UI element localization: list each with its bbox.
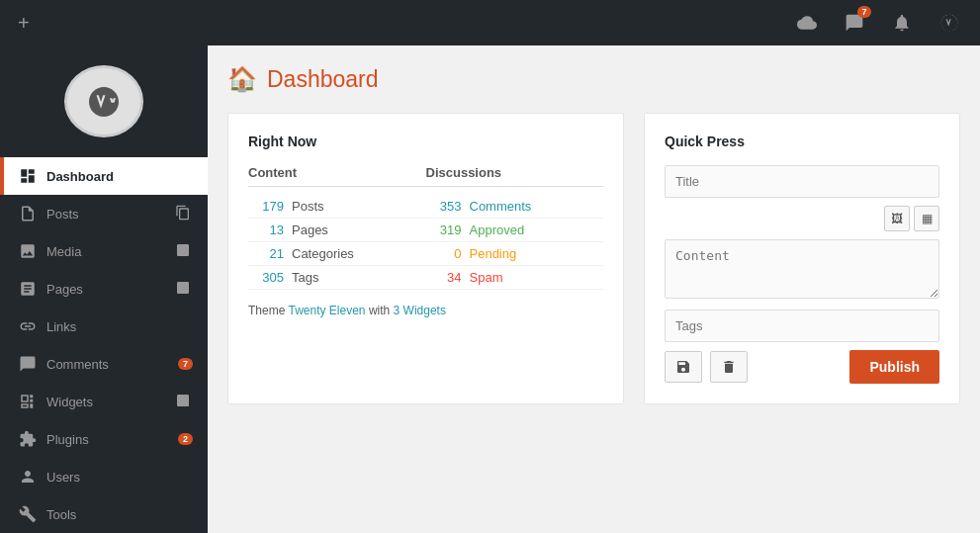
content-data: 179 Posts 13 Pages 21 Categories 305 (248, 195, 426, 290)
table-row: 353 Comments (426, 195, 604, 219)
posts-label: Posts (292, 199, 324, 214)
posts-copy-icon (175, 205, 193, 222)
widgets-icon (19, 393, 37, 410)
table-row: 13 Pages (248, 219, 426, 242)
comments-badge: 7 (857, 6, 871, 18)
categories-count: 21 (248, 246, 284, 261)
spam-count: 34 (426, 270, 462, 285)
quick-press-actions: Publish (665, 350, 939, 384)
sidebar: Dashboard Posts Media (0, 45, 208, 533)
add-image-button[interactable]: 🖼 (884, 206, 910, 231)
bell-icon[interactable] (879, 0, 925, 45)
publish-button[interactable]: Publish (849, 350, 939, 384)
sidebar-item-tools-label: Tools (46, 507, 193, 522)
media-img-icon (175, 242, 193, 260)
widgets-link[interactable]: 3 Widgets (394, 304, 446, 317)
sidebar-logo (64, 65, 143, 137)
sidebar-item-pages-label: Pages (46, 282, 165, 297)
sidebar-item-comments-label: Comments (46, 357, 168, 372)
tools-icon (19, 505, 37, 523)
theme-prefix: Theme (248, 304, 285, 317)
admin-bar: + 7 (0, 0, 980, 45)
comments-count: 353 (426, 199, 462, 214)
quick-press-title: Quick Press (665, 133, 939, 149)
categories-label: Categories (292, 246, 354, 261)
tags-input[interactable] (665, 310, 939, 342)
quick-press-panel: Quick Press 🖼 ▦ Publish (644, 113, 960, 404)
discussions-col-header: Discussions (426, 165, 604, 187)
table-row: 305 Tags (248, 266, 426, 290)
right-now-headers: Content Discussions (248, 165, 603, 187)
tags-count: 305 (248, 270, 284, 285)
pending-label: Pending (470, 246, 517, 261)
sidebar-item-dashboard[interactable]: Dashboard (0, 157, 208, 195)
approved-label: Approved (470, 222, 525, 237)
comments-sidebar-badge: 7 (178, 358, 193, 370)
page-header: 🏠 Dashboard (227, 65, 960, 93)
right-now-panel: Right Now Content Discussions 179 Posts (227, 113, 624, 404)
sidebar-item-widgets[interactable]: Widgets (0, 383, 208, 420)
sidebar-item-posts-label: Posts (46, 207, 165, 222)
content-col-header: Content (248, 165, 426, 187)
sidebar-item-plugins-label: Plugins (46, 432, 168, 447)
pending-count: 0 (426, 246, 462, 261)
users-icon (19, 468, 37, 486)
table-row: 0 Pending (426, 242, 604, 266)
content-input[interactable] (665, 239, 939, 299)
table-row: 34 Spam (426, 266, 604, 290)
tags-label: Tags (292, 270, 318, 285)
plugins-sidebar-badge: 2 (178, 433, 193, 445)
table-row: 179 Posts (248, 195, 426, 219)
save-draft-button[interactable] (665, 351, 702, 383)
sidebar-item-posts[interactable]: Posts (0, 195, 208, 232)
wordpress-icon[interactable] (927, 0, 972, 45)
add-media-button[interactable]: ▦ (914, 206, 939, 231)
widgets-box-icon (175, 393, 193, 410)
title-input[interactable] (665, 165, 939, 198)
sidebar-item-plugins[interactable]: Plugins 2 (0, 420, 208, 458)
table-row: 21 Categories (248, 242, 426, 266)
posts-count: 179 (248, 199, 284, 214)
cloud-icon[interactable] (784, 0, 830, 45)
sidebar-item-links-label: Links (46, 319, 193, 334)
sidebar-nav: Dashboard Posts Media (0, 157, 208, 533)
comments-sidebar-icon (19, 355, 37, 373)
sidebar-item-links[interactable]: Links (0, 308, 208, 345)
sidebar-item-tools[interactable]: Tools (0, 495, 208, 533)
sidebar-item-dashboard-label: Dashboard (46, 169, 193, 184)
theme-line: Theme Twenty Eleven with 3 Widgets (248, 304, 603, 317)
sidebar-item-media[interactable]: Media (0, 232, 208, 270)
sidebar-item-users-label: Users (46, 470, 193, 485)
add-new-button[interactable]: + (8, 0, 40, 45)
delete-button[interactable] (710, 351, 748, 383)
theme-middle: with (369, 304, 394, 317)
page-title: Dashboard (267, 66, 379, 93)
sidebar-item-users[interactable]: Users (0, 458, 208, 495)
pages-icon (19, 280, 37, 298)
table-row: 319 Approved (426, 219, 604, 242)
layout: Dashboard Posts Media (0, 45, 980, 533)
plugins-icon (19, 430, 37, 448)
panels: Right Now Content Discussions 179 Posts (227, 113, 960, 404)
sidebar-item-widgets-label: Widgets (46, 395, 165, 409)
links-icon (19, 317, 37, 335)
sidebar-item-pages[interactable]: Pages (0, 270, 208, 308)
main-content: 🏠 Dashboard Right Now Content Discussion… (208, 45, 980, 533)
comments-icon[interactable]: 7 (832, 0, 877, 45)
theme-name-link[interactable]: Twenty Eleven (288, 304, 365, 317)
content-toolbar: 🖼 ▦ (665, 206, 939, 231)
spam-label: Spam (470, 270, 503, 285)
pages-label: Pages (292, 222, 328, 237)
pages-count: 13 (248, 222, 284, 237)
posts-icon (19, 205, 37, 222)
media-icon (19, 242, 37, 260)
dashboard-icon (19, 167, 37, 185)
approved-count: 319 (426, 222, 462, 237)
sidebar-item-comments[interactable]: Comments 7 (0, 345, 208, 383)
right-now-rows: 179 Posts 13 Pages 21 Categories 305 (248, 195, 603, 290)
pages-doc-icon (175, 280, 193, 298)
sidebar-item-media-label: Media (46, 244, 165, 259)
page-header-icon: 🏠 (227, 65, 257, 93)
discussions-data: 353 Comments 319 Approved 0 Pending 34 (426, 195, 604, 290)
comments-disc-label: Comments (470, 199, 532, 214)
